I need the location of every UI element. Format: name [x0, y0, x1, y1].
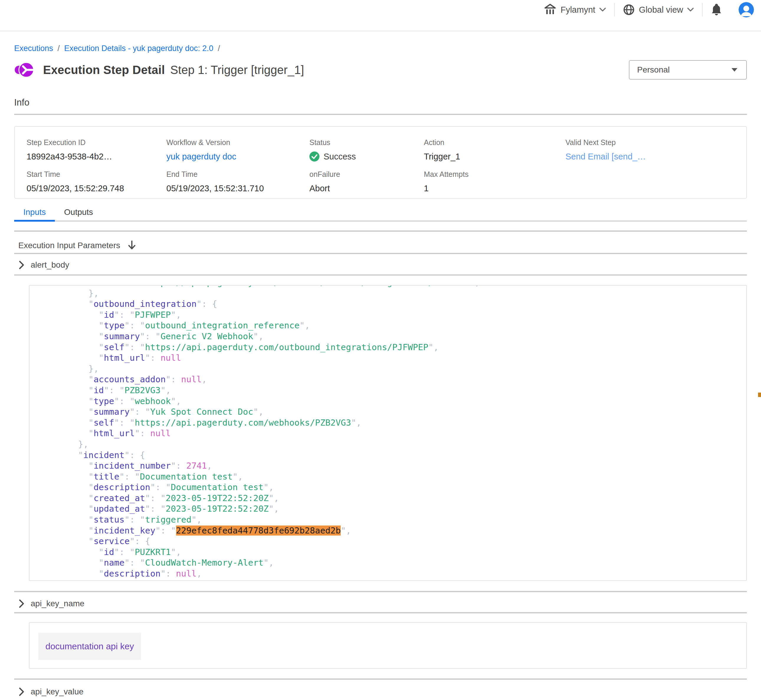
code-line: "incident": { [47, 450, 746, 461]
code-line: "type": "outbound_integration_reference"… [47, 320, 746, 331]
chevron-right-icon [19, 261, 24, 269]
info-field-label: Step Execution ID [27, 138, 166, 147]
chevron-right-icon [19, 688, 24, 696]
info-card: Step Execution ID18992a43-9538-4b2…Workf… [14, 126, 747, 198]
code-line: "id": "PZB2VG3", [47, 385, 746, 396]
org-switcher[interactable]: Fylamynt [544, 3, 606, 16]
scrollbar-search-marker [758, 392, 761, 397]
breadcrumb-separator: / [218, 44, 220, 53]
highlighted-incident-key: 229efec8feda44778d3fe692b28aed2b [176, 525, 341, 536]
topbar: Fylamynt Global view [0, 0, 761, 31]
tab-inputs[interactable]: Inputs [14, 208, 55, 220]
collapse-label: alert_body [31, 260, 69, 270]
page-subtitle: Step 1: Trigger [trigger_1] [170, 63, 304, 77]
api-key-name-chip: documentation api key [38, 633, 141, 660]
breadcrumb-link[interactable]: Executions [14, 44, 53, 53]
alert-body-json-panel[interactable]: "self": "https://api.pagerduty.com/servi… [29, 285, 747, 581]
status-text: Success [324, 152, 356, 161]
code-line: "self": "https://api.pagerduty.com/outbo… [47, 342, 746, 353]
code-line: "incident_number": 2741, [47, 460, 746, 471]
info-field: Start Time05/19/2023, 15:52:29.748 [27, 170, 166, 193]
collapse-row-api-key-name[interactable]: api_key_name [14, 595, 747, 612]
code-line: "html_url": null [47, 353, 746, 363]
section-divider [14, 253, 747, 254]
section-divider [14, 591, 747, 592]
collapse-label: api_key_name [31, 599, 85, 608]
section-divider [14, 678, 747, 680]
topbar-divider [614, 3, 615, 17]
info-field-value[interactable]: yuk pagerduty doc [166, 152, 309, 161]
download-icon[interactable] [128, 241, 136, 250]
code-line: "incident_key": "229efec8feda44778d3fe69… [47, 525, 746, 536]
collapse-row-api-key-value[interactable]: api_key_value [14, 683, 747, 700]
breadcrumb-separator: / [58, 44, 60, 53]
view-label: Global view [639, 5, 683, 15]
globe-icon [623, 4, 635, 16]
code-line: "created_at": "2023-05-19T22:52:20Z", [47, 493, 746, 504]
json-code: "self": "https://api.pagerduty.com/servi… [30, 285, 746, 581]
info-field-value: 18992a43-9538-4b2… [27, 152, 166, 161]
code-line: "summary": "Generic V2 Webhook", [47, 331, 746, 342]
info-field-value: 1 [424, 183, 565, 193]
code-line: "summary": "Yuk Spot Connect Doc", [47, 406, 746, 417]
user-avatar[interactable] [739, 2, 754, 17]
info-field: Step Execution ID18992a43-9538-4b2… [27, 138, 166, 161]
code-line: }, [47, 439, 746, 450]
collapse-row-alert-body[interactable]: alert_body [14, 256, 747, 273]
info-field-value: 05/19/2023, 15:52:31.710 [166, 183, 309, 193]
info-field: ActionTrigger_1 [424, 138, 565, 161]
section-divider [14, 612, 747, 613]
collapse-label: api_key_value [31, 687, 83, 697]
org-label: Fylamynt [561, 5, 595, 15]
info-field-value: Trigger_1 [424, 152, 565, 161]
section-divider [14, 114, 747, 115]
chevron-down-icon [599, 8, 606, 12]
info-field-label: Max Attempts [424, 170, 565, 179]
api-key-name-chip-label: documentation api key [45, 641, 134, 652]
notifications-bell-icon[interactable] [711, 3, 722, 16]
code-line: "title": "Documentation test", [47, 471, 746, 482]
workflow-step-icon [14, 60, 34, 80]
section-divider [14, 274, 747, 276]
code-line: "id": "PUZKRT1", [47, 547, 746, 558]
view-switcher[interactable]: Global view [623, 4, 694, 16]
info-field-label: onFailure [309, 170, 424, 179]
code-line: "description": "Documentation test", [47, 482, 746, 493]
code-line: "self": "https://api.pagerduty.com/servi… [47, 285, 746, 288]
info-field-value: 05/19/2023, 15:52:29.748 [27, 183, 166, 193]
section-divider [14, 230, 747, 232]
info-field-label: Start Time [27, 170, 166, 179]
execution-input-parameters-title: Execution Input Parameters [18, 241, 121, 250]
scope-select-value: Personal [637, 65, 670, 75]
breadcrumb-link[interactable]: Execution Details - yuk pagerduty doc: 2… [64, 44, 213, 53]
scope-select[interactable]: Personal [629, 60, 747, 80]
code-line: "status": "triggered", [47, 514, 746, 525]
info-field: Workflow & Versionyuk pagerduty doc [166, 138, 309, 161]
institution-icon [544, 3, 556, 16]
code-line: }, [47, 363, 746, 374]
api-key-name-value-box: documentation api key [29, 622, 747, 669]
info-field-value[interactable]: Send Email [send_… [565, 152, 746, 161]
code-line: "description": null, [47, 568, 746, 579]
code-line: "type": "webhook", [47, 396, 746, 407]
tab-outputs[interactable]: Outputs [55, 208, 102, 220]
code-line: "accounts_addon": null, [47, 374, 746, 385]
code-line: "updated_at": "2023-05-19T22:52:20Z", [47, 503, 746, 514]
main-content: Executions/Execution Details - yuk pager… [0, 44, 761, 700]
info-field: Max Attempts1 [424, 170, 565, 193]
info-field-value: Success [309, 152, 424, 161]
info-field-label: Valid Next Step [565, 138, 746, 147]
title-row: Execution Step Detail Step 1: Trigger [t… [14, 59, 747, 80]
code-line: "html_url": null [47, 428, 746, 439]
code-line: "created_at": "2023-05-19T15:52:20-07:00… [47, 579, 746, 581]
execution-input-parameters-header: Execution Input Parameters [14, 239, 747, 252]
code-line: "self": "https://api.pagerduty.com/webho… [47, 417, 746, 428]
info-field-label: Action [424, 138, 565, 147]
chevron-right-icon [19, 599, 24, 608]
chevron-down-icon [687, 8, 694, 12]
page-title: Execution Step Detail [43, 63, 165, 77]
info-heading: Info [14, 97, 747, 107]
tab-bar: InputsOutputs [14, 208, 747, 222]
select-caret-icon [731, 68, 738, 72]
breadcrumb: Executions/Execution Details - yuk pager… [14, 44, 747, 53]
